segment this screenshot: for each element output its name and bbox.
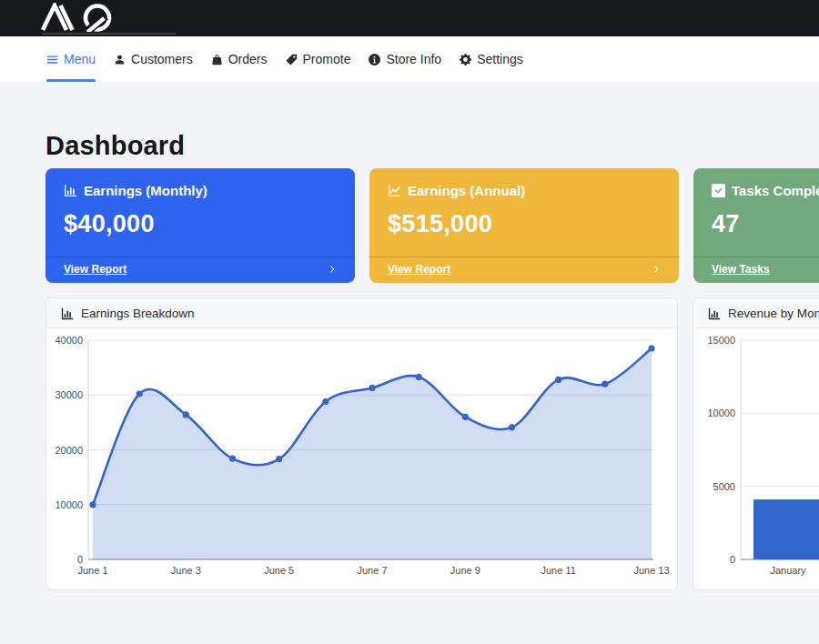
nav-item-menu[interactable]: Menu [46,36,96,82]
nav-item-label: Store Info [386,52,441,66]
brand-underline [42,33,176,35]
chevron-right-icon [328,265,337,274]
svg-text:June 3: June 3 [171,565,201,576]
chart-plot-area[interactable]: 050001000015000January [693,328,819,589]
chart-card-earnings-breakdown: Earnings Breakdown010000200003000040000J… [46,297,678,590]
stat-card-footer-link-view-report[interactable]: View Report [369,257,679,283]
nav-item-promote[interactable]: Promote [286,36,351,82]
bar-chart-icon [708,307,721,320]
stat-card-value: $515,000 [388,210,661,238]
aq-logo-icon[interactable] [41,3,121,32]
check-square-icon [712,184,725,197]
svg-text:20000: 20000 [55,445,83,456]
main-nav: MenuCustomersOrdersPromoteStore InfoSett… [0,36,819,82]
bag-icon [211,54,223,65]
stat-card-earnings-annual: Earnings (Annual)$515,000View Report [369,168,679,283]
stat-card-footer-link-view-report[interactable]: View Report [46,257,355,283]
svg-text:5000: 5000 [713,481,735,492]
nav-item-label: Settings [477,52,523,66]
page-title: Dashboard [46,131,819,161]
charts-row: Earnings Breakdown010000200003000040000J… [46,297,819,590]
chart-title: Revenue by Month [728,307,819,320]
stat-card-value: 47 [712,210,819,238]
nav-item-label: Customers [131,52,193,66]
stat-card-link-label: View Report [64,263,126,276]
stat-card-value: $40,000 [64,210,337,238]
svg-text:15000: 15000 [707,335,735,346]
stat-card-footer-link-view-tasks[interactable]: View Tasks [693,257,819,283]
stat-card-link-label: View Tasks [712,263,770,276]
chart-title: Earnings Breakdown [81,307,195,320]
stat-card-earnings-monthly: Earnings (Monthly)$40,000View Report [46,168,355,283]
nav-item-customers[interactable]: Customers [114,36,193,82]
topbar [0,0,819,36]
svg-text:June 1: June 1 [77,565,107,576]
nav-item-store-info[interactable]: Store Info [369,36,441,82]
svg-text:June 11: June 11 [541,565,576,576]
svg-text:10000: 10000 [55,499,83,510]
chart-card-header: Earnings Breakdown [46,298,677,328]
svg-text:June 13: June 13 [633,565,669,576]
svg-text:June 7: June 7 [357,565,387,576]
stat-card-title: Earnings (Annual) [408,183,525,198]
dashboard-content: Dashboard Earnings (Monthly)$40,000View … [0,131,819,590]
person-icon [114,54,126,65]
chart-card-header: Revenue by Month [693,298,819,328]
svg-text:June 9: June 9 [450,565,480,576]
nav-item-label: Orders [228,52,268,66]
bar-chart-icon [61,307,74,320]
svg-text:0: 0 [77,554,83,565]
svg-text:30000: 30000 [55,389,83,400]
stat-card-link-label: View Report [388,263,450,276]
chart-card-revenue-by-month: Revenue by Month050001000015000January [693,297,819,590]
tag-icon [286,54,298,65]
chart-plot-area[interactable]: 010000200003000040000June 1June 3June 5J… [46,328,677,589]
stat-card-tasks-completed: Tasks Completed47View Tasks [693,168,819,283]
line-chart-icon [388,184,401,197]
bar-chart-icon [64,184,77,197]
nav-item-orders[interactable]: Orders [211,36,268,82]
stat-cards-row: Earnings (Monthly)$40,000View ReportEarn… [46,168,819,283]
gear-icon [460,54,471,65]
chevron-right-icon [652,265,661,274]
nav-item-settings[interactable]: Settings [460,36,523,82]
info-icon [369,54,380,65]
svg-text:June 5: June 5 [264,565,294,576]
stat-card-title: Tasks Completed [732,183,819,198]
nav-item-label: Promote [303,52,351,66]
svg-text:40000: 40000 [55,335,83,346]
hamburger-icon [46,54,58,65]
nav-item-label: Menu [64,52,96,66]
stat-card-title: Earnings (Monthly) [84,183,207,198]
svg-text:10000: 10000 [707,408,735,418]
svg-text:0: 0 [730,554,735,565]
svg-text:January: January [770,565,806,576]
